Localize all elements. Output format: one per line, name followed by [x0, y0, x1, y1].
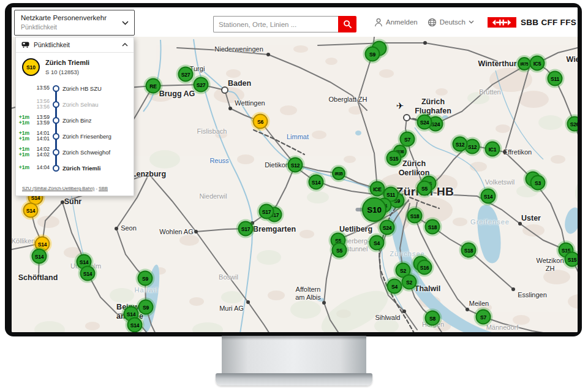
line-badge-s15[interactable]: S15: [386, 151, 402, 166]
stop-row: +1m+1m14:0114:01Zürich Friesenberg: [16, 128, 134, 144]
line-badge-s12[interactable]: S12: [453, 137, 468, 152]
map-label: Oberglatt ZH: [329, 96, 368, 104]
stop-name: Zürich HB SZU: [62, 85, 102, 92]
line-badge-s10[interactable]: S10: [362, 197, 386, 222]
line-badge-s10: S10: [22, 58, 40, 76]
map-label: Affoltern am Albis: [295, 286, 321, 302]
line-badge-s27[interactable]: S27: [194, 77, 209, 93]
map-label: Greifensee: [470, 218, 510, 226]
map-label: Kölliken: [12, 237, 35, 245]
line-badge-s17[interactable]: S17: [259, 204, 274, 219]
globe-icon: [428, 18, 437, 27]
panel-header[interactable]: Pünktlichkeit: [16, 37, 134, 53]
line-badge-s11[interactable]: S11: [548, 71, 563, 86]
layer-dropdown[interactable]: Netzkarte Personenverkehr Pünktlichkeit: [14, 10, 135, 36]
line-badge-ir35[interactable]: IR35: [332, 167, 345, 180]
line-badge-re[interactable]: RE: [146, 78, 161, 94]
station-dot: [402, 309, 406, 313]
map-label: Muri AG: [219, 305, 244, 313]
map-label: Zürich Oerlikon: [399, 159, 430, 178]
station-open: [403, 114, 410, 121]
line-badge-s24[interactable]: S24: [417, 115, 432, 130]
line-badge-s14[interactable]: S14: [309, 175, 324, 190]
stop-times: 14:0114:01: [31, 131, 50, 142]
map-label: Reuss: [209, 157, 228, 165]
sbb-logo[interactable]: SBB CFF FFS: [488, 17, 576, 28]
line-badge-s26[interactable]: S26: [567, 116, 578, 132]
map-label: Niederwil: [199, 192, 227, 200]
monitor-stand-base: [216, 373, 372, 385]
line-badge-ic5[interactable]: IC5: [530, 56, 545, 71]
operator-link[interactable]: SZU (Sihltal-Zürich-Uetliberg-Bahn): [22, 186, 94, 191]
map-label: Winterthur: [478, 59, 516, 69]
line-badge-s16[interactable]: S16: [417, 260, 432, 275]
line-badge-s14[interactable]: S14: [80, 266, 96, 281]
punctuality-panel: Pünktlichkeit S10 Zürich Triemli S 10 (1…: [15, 37, 134, 196]
line-badge-s3[interactable]: S3: [530, 175, 546, 191]
line-badge-s4[interactable]: S4: [387, 279, 402, 294]
stop-row: +1m+1m14:0214:02Zürich Schweighof: [16, 144, 134, 160]
account-button[interactable]: Anmelden: [374, 18, 418, 27]
map-label: Brütten: [479, 88, 500, 96]
station-dot: [423, 41, 427, 45]
station-dot: [61, 200, 64, 204]
line-badge-s24[interactable]: S24: [380, 220, 395, 235]
line-badge-ic1[interactable]: IC1: [485, 142, 500, 157]
map-label: Baden: [228, 79, 251, 88]
station-dot: [246, 300, 250, 304]
line-badge-s5[interactable]: S5: [332, 243, 347, 258]
line-badge-s14[interactable]: S14: [481, 189, 496, 204]
station-dot: [511, 287, 515, 291]
sbb-arrows-icon: [489, 18, 514, 26]
language-label: Deutsch: [440, 18, 466, 26]
line-badge-s7[interactable]: S7: [476, 309, 491, 325]
line-badge-s15[interactable]: S15: [565, 252, 578, 267]
line-badge-s18[interactable]: S18: [461, 243, 477, 258]
map-label: Sihlwald: [375, 314, 401, 322]
line-badge-s9[interactable]: S9: [138, 271, 153, 286]
search-bar: [213, 16, 356, 32]
station-open: [221, 86, 228, 94]
stop-delays: +1m+1m: [16, 146, 29, 158]
map-label: Bremgarten: [253, 225, 296, 234]
line-badge-s9[interactable]: S9: [138, 300, 154, 315]
line-badge-s12[interactable]: S12: [288, 158, 303, 173]
line-badge-s9[interactable]: S9: [365, 47, 380, 62]
stop-times: 13:5613:56: [31, 99, 50, 110]
layer-dropdown-subtitle: Pünktlichkeit: [21, 23, 57, 31]
sbb-link[interactable]: SBB: [99, 186, 108, 191]
stop-node-icon: [53, 165, 59, 172]
train-summary: S10 Zürich Triemli S 10 (12853): [16, 53, 134, 76]
layer-dropdown-title: Netzkarte Personenverkehr: [21, 14, 107, 21]
station-dot: [194, 230, 198, 233]
line-badge-s14[interactable]: S14: [127, 317, 143, 333]
stop-times: 13:55: [31, 85, 50, 91]
line-badge-s6[interactable]: S6: [253, 114, 268, 129]
line-badge-s27[interactable]: S27: [178, 67, 194, 82]
line-badge-s14[interactable]: S14: [32, 249, 47, 264]
line-badge-s14[interactable]: S14: [23, 203, 39, 218]
search-button[interactable]: [338, 16, 356, 32]
panel-title: Pünktlichkeit: [34, 41, 122, 48]
line-badge-s18[interactable]: S18: [425, 219, 440, 235]
stop-times: 14:0214:02: [31, 146, 50, 158]
app-header: Netzkarte Personenverkehr Pünktlichkeit: [12, 7, 578, 37]
stop-times: 14:04: [31, 165, 50, 171]
language-button[interactable]: Deutsch: [428, 18, 474, 27]
stop-delays: +1m+1m: [16, 115, 29, 126]
line-badge-s2[interactable]: S2: [402, 275, 417, 290]
station-dot: [266, 53, 270, 56]
line-badge-s4[interactable]: S4: [369, 235, 385, 251]
search-input[interactable]: [213, 16, 338, 32]
map-label: Niederweningen: [214, 45, 263, 53]
map-label: Effretikon: [503, 148, 532, 156]
map-label: Meilen: [469, 300, 489, 308]
line-badge-s5[interactable]: S5: [417, 181, 432, 196]
chevron-up-icon[interactable]: [122, 43, 128, 47]
stop-name: Zürich Binz: [62, 117, 92, 124]
stage: NiederweningenTurgiBadenBrugg AGWettinge…: [0, 0, 588, 391]
line-badge-s18[interactable]: S18: [407, 208, 423, 224]
line-badge-s17[interactable]: S17: [238, 221, 254, 237]
line-badge-s8[interactable]: S8: [425, 311, 440, 326]
map-label: Schöftland: [18, 273, 58, 283]
